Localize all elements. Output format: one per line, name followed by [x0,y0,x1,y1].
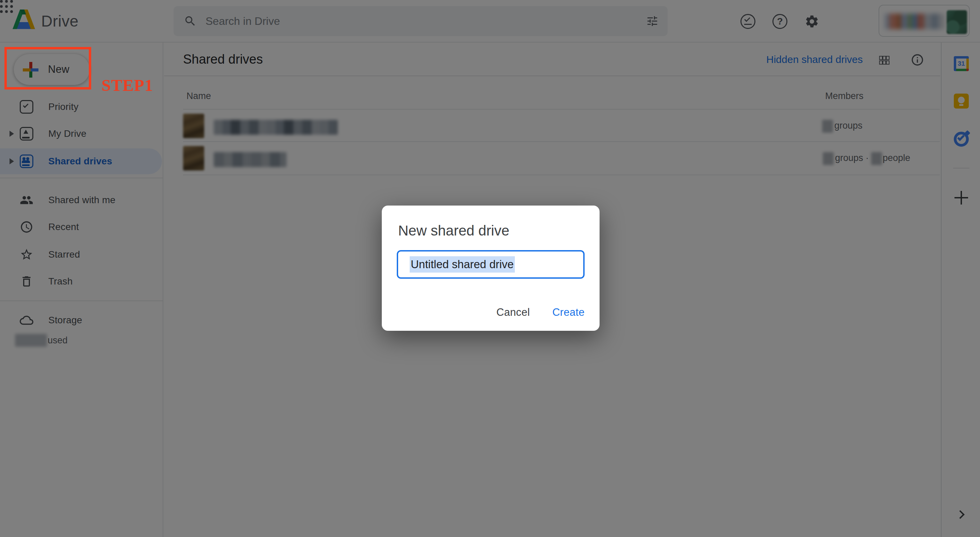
drive-name-input[interactable]: Untitled shared drive [397,250,585,279]
cancel-button[interactable]: Cancel [496,306,530,319]
drive-name-input-value: Untitled shared drive [410,256,515,272]
new-shared-drive-dialog: New shared drive Untitled shared drive C… [382,206,600,331]
create-button[interactable]: Create [552,306,585,319]
dialog-title: New shared drive [398,223,509,239]
